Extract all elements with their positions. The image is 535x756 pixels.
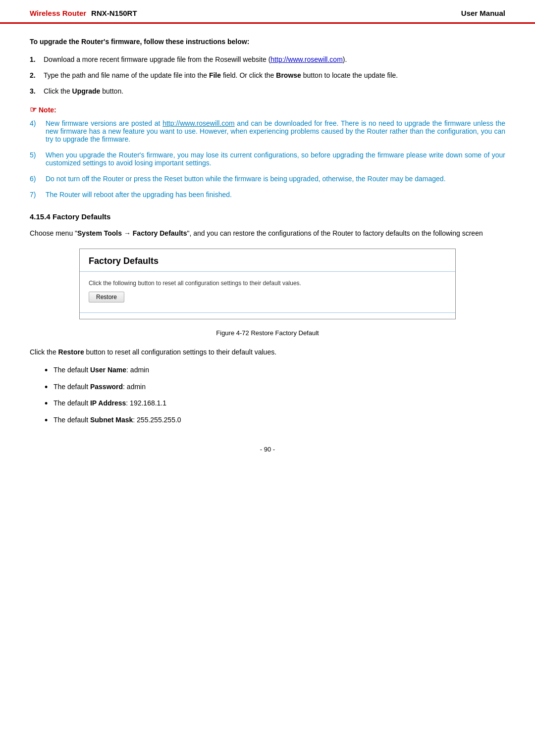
note-items-list: 4) New firmware versions are posted at h… — [30, 119, 505, 199]
step-3-text: Click the Upgrade button. — [44, 87, 505, 95]
step-3: 3. Click the Upgrade button. — [30, 87, 505, 95]
bullet-dot-1: • — [45, 366, 54, 376]
section-title: Factory Defaults — [53, 212, 111, 221]
bullet-list: • The default User Name: admin • The def… — [30, 366, 505, 426]
manual-label: User Manual — [461, 9, 505, 17]
bullet-dot-3: • — [45, 399, 54, 409]
bullet-subnet: • The default Subnet Mask: 255.255.255.0 — [45, 416, 505, 426]
header-left: Wireless Router RNX-N150RT — [30, 9, 137, 17]
note-num-5: 5) — [30, 151, 46, 159]
bullet-dot-4: • — [45, 416, 54, 426]
bullet-password: • The default Password: admin — [45, 383, 505, 393]
step-2: 2. Type the path and file name of the up… — [30, 71, 505, 79]
step-1-text: Download a more recent firmware upgrade … — [44, 55, 505, 63]
note-num-7: 7) — [30, 191, 46, 199]
click-restore-text: Click the Restore button to reset all co… — [30, 347, 505, 357]
section-body-text: Choose menu "System Tools → Factory Defa… — [30, 228, 505, 239]
step-2-number: 2. — [30, 71, 44, 79]
section-number: 4.15.4 — [30, 212, 51, 221]
bullet-text-username: The default User Name: admin — [54, 366, 149, 374]
note-num-6: 6) — [30, 175, 46, 183]
note-section: ☞ Note: 4) New firmware versions are pos… — [30, 105, 505, 199]
restore-button[interactable]: Restore — [89, 292, 124, 302]
bullet-text-ip: The default IP Address: 192.168.1.1 — [54, 399, 166, 407]
page: Wireless Router RNX-N150RT User Manual T… — [0, 0, 535, 756]
note-item-6: 6) Do not turn off the Router or press t… — [30, 175, 505, 183]
step-1: 1. Download a more recent firmware upgra… — [30, 55, 505, 63]
note-item-5: 5) When you upgrade the Router's firmwar… — [30, 151, 505, 167]
step-2-text: Type the path and file name of the updat… — [44, 71, 505, 79]
note-item-4: 4) New firmware versions are posted at h… — [30, 119, 505, 143]
note-text-6: Do not turn off the Router or press the … — [46, 175, 505, 183]
note-text-5: When you upgrade the Router's firmware, … — [46, 151, 505, 167]
steps-list: 1. Download a more recent firmware upgra… — [30, 55, 505, 95]
bullet-dot-2: • — [45, 383, 54, 393]
bullet-text-password: The default Password: admin — [54, 383, 146, 391]
main-content: To upgrade the Router's firmware, follow… — [0, 38, 535, 426]
section-heading: 4.15.4 Factory Defaults — [30, 212, 505, 221]
page-header: Wireless Router RNX-N150RT User Manual — [0, 0, 535, 24]
factory-box-body: Click the following button to reset all … — [80, 272, 455, 313]
bullet-username: • The default User Name: admin — [45, 366, 505, 376]
note-icon: ☞ — [30, 105, 37, 114]
intro-text: To upgrade the Router's firmware, follow… — [30, 38, 505, 46]
step-1-number: 1. — [30, 55, 44, 63]
note-label-text: Note: — [39, 106, 56, 114]
page-number: - 90 - — [0, 446, 535, 463]
factory-box-title: Factory Defaults — [80, 249, 455, 272]
model-label: RNX-N150RT — [91, 9, 137, 17]
factory-box-footer — [80, 313, 455, 319]
note-text-4: New firmware versions are posted at http… — [46, 119, 505, 143]
step-3-number: 3. — [30, 87, 44, 95]
factory-defaults-box: Factory Defaults Click the following but… — [79, 249, 456, 319]
bullet-ip: • The default IP Address: 192.168.1.1 — [45, 399, 505, 409]
note-label: ☞ Note: — [30, 105, 505, 114]
figure-caption: Figure 4-72 Restore Factory Default — [30, 329, 505, 337]
note-item-7: 7) The Router will reboot after the upgr… — [30, 191, 505, 199]
rosewill-link-1[interactable]: http://www.rosewill.com — [270, 55, 342, 63]
factory-box-desc: Click the following button to reset all … — [89, 280, 446, 287]
rosewill-link-2[interactable]: http://www.rosewill.com — [162, 119, 234, 127]
note-text-7: The Router will reboot after the upgradi… — [46, 191, 505, 199]
wireless-router-label: Wireless Router — [30, 9, 86, 17]
note-num-4: 4) — [30, 119, 46, 127]
bullet-text-subnet: The default Subnet Mask: 255.255.255.0 — [54, 416, 181, 424]
